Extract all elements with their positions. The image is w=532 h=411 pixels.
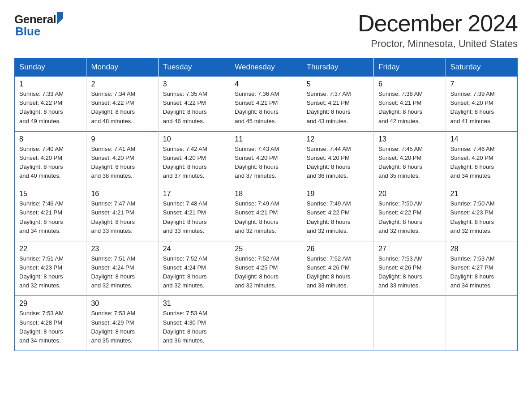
day-number: 20 xyxy=(378,190,441,198)
calendar-cell: 18 Sunrise: 7:49 AMSunset: 4:21 PMDaylig… xyxy=(230,186,302,241)
weekday-header-wednesday: Wednesday xyxy=(230,58,302,77)
weekday-header-friday: Friday xyxy=(374,58,446,77)
month-title: December 2024 xyxy=(358,11,518,36)
calendar-cell: 26 Sunrise: 7:52 AMSunset: 4:26 PMDaylig… xyxy=(302,241,373,296)
day-info: Sunrise: 7:38 AMSunset: 4:21 PMDaylight:… xyxy=(378,90,441,126)
day-info: Sunrise: 7:36 AMSunset: 4:21 PMDaylight:… xyxy=(235,90,297,126)
days-of-week-row: SundayMondayTuesdayWednesdayThursdayFrid… xyxy=(15,58,518,77)
day-number: 8 xyxy=(19,135,82,143)
weekday-header-monday: Monday xyxy=(86,58,158,77)
calendar: SundayMondayTuesdayWednesdayThursdayFrid… xyxy=(14,58,518,351)
calendar-cell: 29 Sunrise: 7:53 AMSunset: 4:28 PMDaylig… xyxy=(15,296,86,351)
day-number: 28 xyxy=(450,245,513,253)
day-info: Sunrise: 7:53 AMSunset: 4:26 PMDaylight:… xyxy=(378,254,441,291)
logo: General Blue xyxy=(14,13,63,39)
calendar-cell: 8 Sunrise: 7:40 AMSunset: 4:20 PMDayligh… xyxy=(15,131,86,186)
page: General Blue December 2024 Proctor, Minn… xyxy=(0,0,532,362)
day-info: Sunrise: 7:43 AMSunset: 4:20 PMDaylight:… xyxy=(235,145,297,181)
day-number: 2 xyxy=(91,80,153,88)
location: Proctor, Minnesota, United States xyxy=(358,38,518,50)
calendar-cell: 31 Sunrise: 7:53 AMSunset: 4:30 PMDaylig… xyxy=(158,296,230,351)
calendar-cell: 12 Sunrise: 7:44 AMSunset: 4:20 PMDaylig… xyxy=(302,131,373,186)
calendar-cell: 1 Sunrise: 7:33 AMSunset: 4:22 PMDayligh… xyxy=(15,77,86,132)
calendar-cell: 15 Sunrise: 7:46 AMSunset: 4:21 PMDaylig… xyxy=(15,186,86,241)
day-info: Sunrise: 7:39 AMSunset: 4:20 PMDaylight:… xyxy=(450,90,513,126)
day-number: 15 xyxy=(19,190,82,198)
day-info: Sunrise: 7:49 AMSunset: 4:22 PMDaylight:… xyxy=(307,199,369,235)
day-info: Sunrise: 7:46 AMSunset: 4:20 PMDaylight:… xyxy=(450,145,513,181)
calendar-cell: 16 Sunrise: 7:47 AMSunset: 4:21 PMDaylig… xyxy=(86,186,158,241)
day-info: Sunrise: 7:50 AMSunset: 4:23 PMDaylight:… xyxy=(450,199,513,235)
day-number: 30 xyxy=(91,300,153,308)
day-info: Sunrise: 7:33 AMSunset: 4:22 PMDaylight:… xyxy=(19,90,82,126)
day-number: 18 xyxy=(235,190,297,198)
calendar-cell: 27 Sunrise: 7:53 AMSunset: 4:26 PMDaylig… xyxy=(374,241,446,296)
calendar-cell xyxy=(302,296,373,351)
calendar-cell: 5 Sunrise: 7:37 AMSunset: 4:21 PMDayligh… xyxy=(302,77,373,132)
day-info: Sunrise: 7:35 AMSunset: 4:22 PMDaylight:… xyxy=(163,90,225,126)
day-number: 17 xyxy=(163,190,225,198)
day-number: 25 xyxy=(235,245,297,253)
weekday-header-tuesday: Tuesday xyxy=(158,58,230,77)
week-row-4: 22 Sunrise: 7:51 AMSunset: 4:23 PMDaylig… xyxy=(15,241,518,296)
day-info: Sunrise: 7:46 AMSunset: 4:21 PMDaylight:… xyxy=(19,199,82,235)
day-number: 3 xyxy=(163,80,225,88)
week-row-3: 15 Sunrise: 7:46 AMSunset: 4:21 PMDaylig… xyxy=(15,186,518,241)
calendar-cell xyxy=(446,296,517,351)
day-info: Sunrise: 7:41 AMSunset: 4:20 PMDaylight:… xyxy=(91,145,153,181)
calendar-cell: 6 Sunrise: 7:38 AMSunset: 4:21 PMDayligh… xyxy=(374,77,446,132)
calendar-cell: 30 Sunrise: 7:53 AMSunset: 4:29 PMDaylig… xyxy=(86,296,158,351)
day-number: 24 xyxy=(163,245,225,253)
week-row-1: 1 Sunrise: 7:33 AMSunset: 4:22 PMDayligh… xyxy=(15,77,518,132)
weekday-header-thursday: Thursday xyxy=(302,58,373,77)
logo-flag-icon xyxy=(57,12,63,25)
day-number: 22 xyxy=(19,245,82,253)
day-info: Sunrise: 7:47 AMSunset: 4:21 PMDaylight:… xyxy=(91,199,153,235)
day-number: 27 xyxy=(378,245,441,253)
calendar-cell: 3 Sunrise: 7:35 AMSunset: 4:22 PMDayligh… xyxy=(158,77,230,132)
day-info: Sunrise: 7:53 AMSunset: 4:28 PMDaylight:… xyxy=(19,309,82,345)
day-info: Sunrise: 7:51 AMSunset: 4:24 PMDaylight:… xyxy=(91,254,153,291)
day-info: Sunrise: 7:37 AMSunset: 4:21 PMDaylight:… xyxy=(307,90,369,126)
calendar-header: SundayMondayTuesdayWednesdayThursdayFrid… xyxy=(15,58,518,77)
calendar-cell xyxy=(374,296,446,351)
calendar-cell: 20 Sunrise: 7:50 AMSunset: 4:22 PMDaylig… xyxy=(374,186,446,241)
day-info: Sunrise: 7:50 AMSunset: 4:22 PMDaylight:… xyxy=(378,199,441,235)
calendar-cell: 4 Sunrise: 7:36 AMSunset: 4:21 PMDayligh… xyxy=(230,77,302,132)
calendar-cell: 24 Sunrise: 7:52 AMSunset: 4:24 PMDaylig… xyxy=(158,241,230,296)
logo-blue-text: Blue xyxy=(15,25,40,39)
day-info: Sunrise: 7:45 AMSunset: 4:20 PMDaylight:… xyxy=(378,145,441,181)
calendar-cell: 11 Sunrise: 7:43 AMSunset: 4:20 PMDaylig… xyxy=(230,131,302,186)
day-number: 13 xyxy=(378,135,441,143)
calendar-cell: 10 Sunrise: 7:42 AMSunset: 4:20 PMDaylig… xyxy=(158,131,230,186)
title-block: December 2024 Proctor, Minnesota, United… xyxy=(358,11,518,50)
calendar-cell xyxy=(230,296,302,351)
day-info: Sunrise: 7:48 AMSunset: 4:21 PMDaylight:… xyxy=(163,199,225,235)
day-number: 10 xyxy=(163,135,225,143)
week-row-2: 8 Sunrise: 7:40 AMSunset: 4:20 PMDayligh… xyxy=(15,131,518,186)
week-row-5: 29 Sunrise: 7:53 AMSunset: 4:28 PMDaylig… xyxy=(15,296,518,351)
weekday-header-sunday: Sunday xyxy=(15,58,86,77)
weekday-header-saturday: Saturday xyxy=(446,58,517,77)
calendar-cell: 9 Sunrise: 7:41 AMSunset: 4:20 PMDayligh… xyxy=(86,131,158,186)
day-number: 4 xyxy=(235,80,297,88)
calendar-cell: 28 Sunrise: 7:53 AMSunset: 4:27 PMDaylig… xyxy=(446,241,517,296)
day-info: Sunrise: 7:52 AMSunset: 4:25 PMDaylight:… xyxy=(235,254,297,291)
header: General Blue December 2024 Proctor, Minn… xyxy=(14,11,518,50)
day-number: 5 xyxy=(307,80,369,88)
calendar-cell: 25 Sunrise: 7:52 AMSunset: 4:25 PMDaylig… xyxy=(230,241,302,296)
day-number: 31 xyxy=(163,300,225,308)
day-number: 12 xyxy=(307,135,369,143)
calendar-cell: 19 Sunrise: 7:49 AMSunset: 4:22 PMDaylig… xyxy=(302,186,373,241)
calendar-cell: 13 Sunrise: 7:45 AMSunset: 4:20 PMDaylig… xyxy=(374,131,446,186)
day-number: 11 xyxy=(235,135,297,143)
calendar-cell: 23 Sunrise: 7:51 AMSunset: 4:24 PMDaylig… xyxy=(86,241,158,296)
day-info: Sunrise: 7:53 AMSunset: 4:29 PMDaylight:… xyxy=(91,309,153,345)
day-number: 26 xyxy=(307,245,369,253)
calendar-cell: 22 Sunrise: 7:51 AMSunset: 4:23 PMDaylig… xyxy=(15,241,86,296)
day-info: Sunrise: 7:53 AMSunset: 4:27 PMDaylight:… xyxy=(450,254,513,291)
calendar-cell: 7 Sunrise: 7:39 AMSunset: 4:20 PMDayligh… xyxy=(446,77,517,132)
day-number: 7 xyxy=(450,80,513,88)
day-number: 6 xyxy=(378,80,441,88)
calendar-body: 1 Sunrise: 7:33 AMSunset: 4:22 PMDayligh… xyxy=(15,77,518,351)
